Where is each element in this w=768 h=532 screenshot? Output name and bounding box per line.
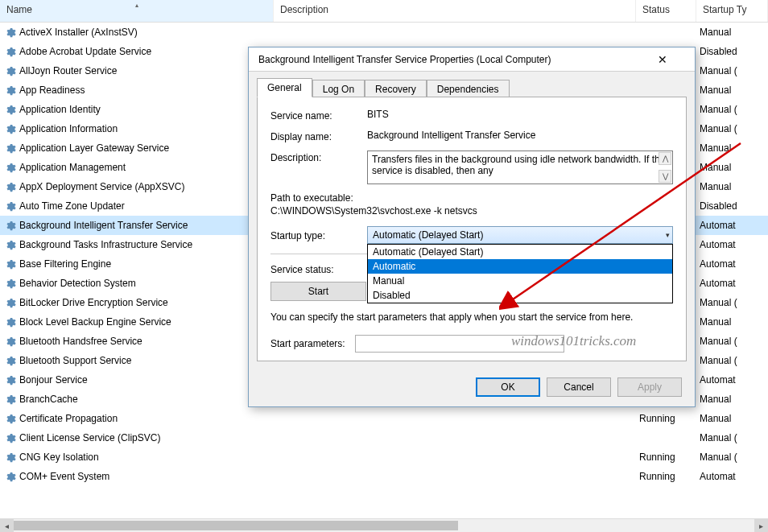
startup-type-dropdown[interactable]: Automatic (Delayed Start) ▾ Automatic (D… <box>367 226 673 244</box>
gear-icon <box>3 335 16 348</box>
column-header-description[interactable]: Description <box>274 0 636 22</box>
gear-icon <box>3 412 16 425</box>
gear-icon <box>3 277 16 290</box>
startup-type-dropdown-box[interactable]: Automatic (Delayed Start) ▾ <box>367 226 673 244</box>
service-startup-type: Manual <box>696 141 768 155</box>
gear-icon <box>3 315 16 328</box>
tab-logon[interactable]: Log On <box>312 80 365 98</box>
service-name: BitLocker Drive Encryption Service <box>19 297 168 308</box>
scroll-thumb[interactable] <box>14 521 458 530</box>
startup-type-option[interactable]: Automatic <box>368 259 672 274</box>
tab-dependencies[interactable]: Dependencies <box>427 80 510 98</box>
close-button[interactable]: ✕ <box>658 49 688 70</box>
chevron-down-icon: ▾ <box>666 231 670 239</box>
dialog-button-row: OK Cancel Apply <box>249 369 695 406</box>
service-name: Adobe Acrobat Update Service <box>19 46 151 57</box>
description-textbox[interactable]: Transfers files in the background using … <box>367 151 673 184</box>
service-description <box>274 475 636 478</box>
service-name: Bonjour Service <box>19 374 88 386</box>
service-startup-type: Automat <box>696 237 768 252</box>
gear-icon <box>3 431 16 444</box>
horizontal-scrollbar[interactable]: ◂ ▸ <box>0 518 768 532</box>
service-name: Application Management <box>19 162 126 173</box>
service-startup-type: Automat <box>696 469 768 484</box>
service-startup-type: Automat <box>696 276 768 291</box>
service-name: Base Filtering Engine <box>19 258 111 270</box>
service-startup-type: Manual <box>696 160 768 175</box>
gear-icon <box>3 26 16 39</box>
service-startup-type: Automat <box>696 218 768 233</box>
dialog-tabs: General Log On Recovery Dependencies <box>249 72 695 97</box>
ok-button[interactable]: OK <box>476 377 540 397</box>
startup-type-option[interactable]: Manual <box>368 274 672 288</box>
service-status: Running <box>636 469 696 484</box>
service-description <box>274 456 636 459</box>
service-row[interactable]: COM+ Event SystemRunningAutomat <box>0 467 768 486</box>
service-status: Running <box>636 450 696 464</box>
column-header-name-label: Name <box>6 4 32 15</box>
tab-general[interactable]: General <box>257 78 312 97</box>
scroll-track[interactable] <box>14 519 754 532</box>
startup-type-option[interactable]: Automatic (Delayed Start) <box>368 245 672 259</box>
column-header-status[interactable]: Status <box>636 0 696 22</box>
startup-type-dropdown-list: Automatic (Delayed Start)AutomaticManual… <box>367 244 673 303</box>
service-name: Application Layer Gateway Service <box>19 142 169 154</box>
service-startup-type: Manual ( <box>696 450 768 464</box>
column-header-startup[interactable]: Startup Ty <box>696 0 768 22</box>
service-name: Behavior Detection System <box>19 278 136 289</box>
description-scroll-up-button[interactable]: ⋀ <box>659 152 671 165</box>
gear-icon <box>3 258 16 270</box>
service-description <box>274 31 636 34</box>
start-button[interactable]: Start <box>270 282 366 301</box>
label-description: Description: <box>270 151 367 163</box>
service-status <box>636 436 696 439</box>
startup-type-option[interactable]: Disabled <box>368 288 672 303</box>
service-name: COM+ Event System <box>19 471 109 482</box>
gear-icon <box>3 451 16 464</box>
column-headers-row: Name ▴ Description Status Startup Ty <box>0 0 768 23</box>
gear-icon <box>3 470 16 483</box>
service-startup-type: Automat <box>696 373 768 387</box>
service-description <box>274 417 636 420</box>
service-row[interactable]: ActiveX Installer (AxInstSV)Manual <box>0 23 768 42</box>
service-name: Background Tasks Infrastructure Service <box>19 239 192 250</box>
service-row[interactable]: CNG Key IsolationRunningManual ( <box>0 447 768 467</box>
gear-icon <box>3 84 16 97</box>
service-startup-type: Manual <box>696 411 768 426</box>
service-startup-type: Manual <box>696 25 768 39</box>
gear-icon <box>3 103 16 116</box>
column-header-name[interactable]: Name ▴ <box>0 0 274 22</box>
service-name: Auto Time Zone Updater <box>19 200 125 212</box>
service-startup-type: Disabled <box>696 199 768 213</box>
service-startup-type: Manual ( <box>696 295 768 310</box>
description-scroll-down-button[interactable]: ⋁ <box>659 170 671 183</box>
service-startup-type: Manual ( <box>696 102 768 117</box>
gear-icon <box>3 45 16 58</box>
gear-icon <box>3 64 16 77</box>
start-parameters-input[interactable] <box>355 335 564 353</box>
service-startup-type: Manual <box>696 315 768 329</box>
cancel-button[interactable]: Cancel <box>547 377 611 397</box>
service-startup-type: Manual <box>696 392 768 406</box>
service-row[interactable]: Client License Service (ClipSVC)Manual ( <box>0 428 768 447</box>
scroll-left-button[interactable]: ◂ <box>0 519 14 532</box>
service-name: Background Intelligent Transfer Service <box>19 220 188 231</box>
service-status: Running <box>636 411 696 426</box>
service-name: Block Level Backup Engine Service <box>19 316 171 328</box>
service-startup-type: Manual ( <box>696 334 768 348</box>
service-name: ActiveX Installer (AxInstSV) <box>19 27 138 38</box>
service-properties-dialog: Background Intelligent Transfer Service … <box>248 47 696 407</box>
service-name: Application Identity <box>19 104 101 115</box>
label-start-parameters: Start parameters: <box>270 338 345 349</box>
service-row[interactable]: Certificate PropagationRunningManual <box>0 409 768 428</box>
dialog-titlebar[interactable]: Background Intelligent Transfer Service … <box>249 47 695 72</box>
service-name: Bluetooth Support Service <box>19 355 131 366</box>
service-name: AppX Deployment Service (AppXSVC) <box>19 181 184 192</box>
scroll-right-button[interactable]: ▸ <box>754 519 768 532</box>
gear-icon <box>3 219 16 232</box>
gear-icon <box>3 238 16 251</box>
service-name: Certificate Propagation <box>19 413 118 424</box>
gear-icon <box>3 161 16 174</box>
tab-recovery[interactable]: Recovery <box>365 80 427 98</box>
gear-icon <box>3 142 16 155</box>
